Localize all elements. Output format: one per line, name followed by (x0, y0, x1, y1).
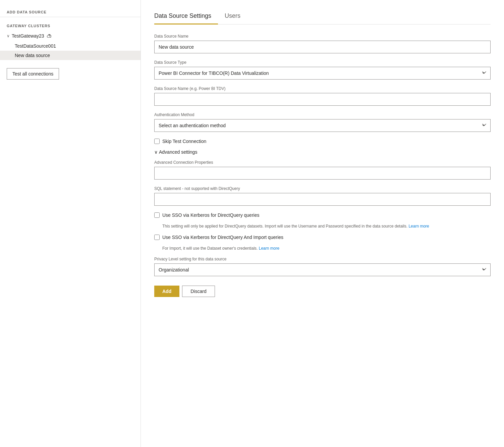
tab-data-source-settings[interactable]: Data Source Settings (154, 10, 218, 24)
datasource-type-label: Data Source Type (154, 60, 491, 65)
sso-kerberos-dq-desc-text: This setting will only be applied for Di… (162, 224, 407, 229)
chevron-down-icon: ∨ (7, 34, 10, 38)
privacy-level-group: Privacy Level setting for this data sour… (154, 257, 491, 276)
sidebar-item-testdatasource[interactable]: TestDataSource001 (0, 41, 141, 51)
sso-kerberos-import-group: Use SSO via Kerberos for DirectQuery And… (154, 235, 491, 251)
sidebar-add-header: ADD DATA SOURCE (0, 7, 141, 17)
datasource-name-label: Data Source Name (154, 34, 491, 39)
datasource-type-wrapper: Power BI Connector for TIBCO(R) Data Vir… (154, 67, 491, 80)
sso-kerberos-dq-checkbox[interactable] (154, 212, 160, 218)
adv-connection-input[interactable] (154, 167, 491, 180)
main-content: Data Source Settings Users Data Source N… (141, 0, 504, 447)
cloud-upload-icon (46, 33, 53, 39)
auth-method-label: Authentication Method (154, 112, 491, 117)
gateway-item[interactable]: ∨ TestGateway23 (0, 31, 141, 41)
auth-method-select[interactable]: Select an authentication methodBasicOAut… (154, 119, 491, 132)
privacy-level-select[interactable]: None Private Organizational Public (154, 263, 491, 276)
adv-connection-group: Advanced Connection Properties (154, 160, 491, 180)
sql-label: SQL statement - not supported with Direc… (154, 186, 491, 191)
add-button[interactable]: Add (154, 286, 179, 297)
skip-test-row: Skip Test Connection (154, 139, 491, 144)
sso-kerberos-import-desc-text: For Import, it will use the Dataset owne… (162, 246, 258, 251)
privacy-level-label: Privacy Level setting for this data sour… (154, 257, 491, 261)
gateway-clusters-label: GATEWAY CLUSTERS (0, 17, 141, 31)
tab-bar: Data Source Settings Users (154, 9, 491, 24)
advanced-settings-label: Advanced settings (159, 149, 197, 155)
discard-button[interactable]: Discard (182, 286, 215, 297)
privacy-level-wrapper: None Private Organizational Public (154, 263, 491, 276)
auth-method-group: Authentication Method Select an authenti… (154, 112, 491, 132)
auth-method-wrapper: Select an authentication methodBasicOAut… (154, 119, 491, 132)
sso-kerberos-dq-row: Use SSO via Kerberos for DirectQuery que… (154, 212, 491, 218)
sidebar-item-new-datasource[interactable]: New data source (0, 51, 141, 60)
sso-kerberos-dq-desc: This setting will only be applied for Di… (162, 223, 491, 229)
datasource-type-select[interactable]: Power BI Connector for TIBCO(R) Data Vir… (154, 67, 491, 80)
gateway-name: TestGateway23 (12, 33, 44, 39)
chevron-down-icon: ∨ (154, 149, 158, 155)
sso-kerberos-import-checkbox[interactable] (154, 235, 160, 240)
tab-users[interactable]: Users (225, 10, 247, 24)
sso-kerberos-import-row: Use SSO via Kerberos for DirectQuery And… (154, 235, 491, 240)
action-buttons: Add Discard (154, 286, 491, 297)
sql-group: SQL statement - not supported with Direc… (154, 186, 491, 206)
test-all-connections-button[interactable]: Test all connections (7, 68, 59, 80)
datasource-name-group: Data Source Name (154, 34, 491, 53)
datasource-type-group: Data Source Type Power BI Connector for … (154, 60, 491, 80)
datasource-name2-input[interactable] (154, 93, 491, 106)
sso-kerberos-dq-label: Use SSO via Kerberos for DirectQuery que… (162, 212, 259, 218)
skip-test-checkbox[interactable] (154, 139, 160, 144)
datasource-name2-group: Data Source Name (e.g. Power BI TDV) (154, 86, 491, 106)
sso-kerberos-dq-learn-more-link[interactable]: Learn more (408, 224, 429, 229)
datasource-name2-label: Data Source Name (e.g. Power BI TDV) (154, 86, 491, 91)
advanced-settings-toggle[interactable]: ∨ Advanced settings (154, 149, 491, 155)
datasource-name-input[interactable] (154, 41, 491, 53)
sso-kerberos-import-desc: For Import, it will use the Dataset owne… (162, 245, 491, 251)
sidebar: ADD DATA SOURCE GATEWAY CLUSTERS ∨ TestG… (0, 0, 141, 447)
adv-connection-label: Advanced Connection Properties (154, 160, 491, 165)
skip-test-label: Skip Test Connection (162, 139, 206, 144)
sso-kerberos-directquery-group: Use SSO via Kerberos for DirectQuery que… (154, 212, 491, 229)
sql-input[interactable] (154, 193, 491, 206)
sso-kerberos-import-learn-more-link[interactable]: Learn more (259, 246, 279, 251)
sso-kerberos-import-label: Use SSO via Kerberos for DirectQuery And… (162, 235, 283, 240)
